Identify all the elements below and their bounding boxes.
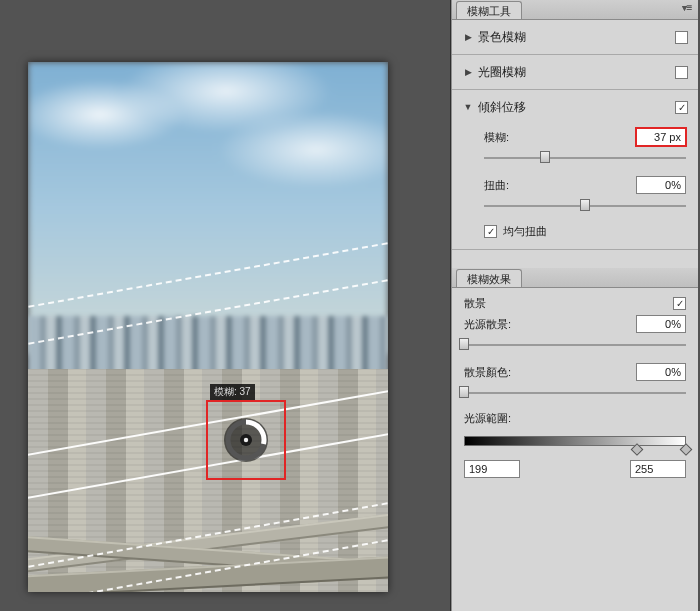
field-distort: 扭曲: 0% bbox=[452, 172, 698, 194]
tab-blur-effects[interactable]: 模糊效果 bbox=[456, 269, 522, 287]
row-bokeh: 散景 bbox=[452, 292, 698, 311]
slider-thumb-icon[interactable] bbox=[540, 151, 550, 163]
light-range-low-input[interactable]: 199 bbox=[464, 460, 520, 478]
blur-pin-label: 模糊: 37 bbox=[210, 384, 255, 400]
panel-tabbar: ▾≡ 模糊效果 bbox=[452, 268, 698, 288]
field-blur: 模糊: 37 px bbox=[452, 124, 698, 146]
row-label: 景色模糊 bbox=[478, 29, 675, 46]
blur-dial[interactable] bbox=[221, 415, 271, 465]
distort-value-input[interactable]: 0% bbox=[636, 176, 686, 194]
light-range-high-input[interactable]: 255 bbox=[630, 460, 686, 478]
disclosure-triangle-icon[interactable]: ▶ bbox=[462, 32, 474, 42]
slider-thumb-icon[interactable] bbox=[459, 386, 469, 398]
row-label: 散景 bbox=[464, 296, 673, 311]
field-bokeh-color: 散景顏色: 0% bbox=[452, 359, 698, 381]
field-light-bokeh: 光源散景: 0% bbox=[452, 311, 698, 333]
bokeh-color-slider[interactable] bbox=[464, 385, 686, 401]
field-label: 光源範圍: bbox=[464, 411, 686, 426]
row-field-blur[interactable]: ▶ 景色模糊 bbox=[452, 20, 698, 55]
disclosure-triangle-icon[interactable]: ▶ bbox=[462, 67, 474, 77]
tab-blur-tools[interactable]: 模糊工具 bbox=[456, 1, 522, 19]
row-label: 光圈模糊 bbox=[478, 64, 675, 81]
row-checkbox[interactable] bbox=[675, 101, 688, 114]
row-checkbox[interactable] bbox=[675, 31, 688, 44]
light-bokeh-slider[interactable] bbox=[464, 337, 686, 353]
light-range-gradient[interactable] bbox=[464, 430, 686, 456]
distort-slider[interactable] bbox=[484, 198, 686, 214]
document-canvas[interactable]: 模糊: 37 bbox=[28, 62, 388, 592]
panel-menu-icon[interactable]: ▾≡ bbox=[680, 2, 694, 16]
slider-thumb-icon[interactable] bbox=[459, 338, 469, 350]
blur-pin-highlight: 模糊: 37 bbox=[206, 400, 286, 480]
canvas-area: 模糊: 37 bbox=[0, 0, 440, 611]
field-label: 散景顏色: bbox=[464, 365, 636, 380]
blur-value-input[interactable]: 37 px bbox=[636, 128, 686, 146]
uniform-distort-label: 均勻扭曲 bbox=[503, 224, 547, 239]
field-label: 光源散景: bbox=[464, 317, 636, 332]
field-label: 扭曲: bbox=[484, 178, 636, 193]
field-light-range: 光源範圍: bbox=[452, 407, 698, 426]
uniform-distort-checkbox[interactable] bbox=[484, 225, 497, 238]
row-tilt-shift[interactable]: ▼ 傾斜位移 模糊: 37 px 扭曲: 0% 均勻扭曲 bbox=[452, 90, 698, 250]
row-checkbox[interactable] bbox=[675, 66, 688, 79]
row-label: 傾斜位移 bbox=[478, 99, 675, 116]
slider-thumb-icon[interactable] bbox=[580, 199, 590, 211]
right-panels: ▾≡ 模糊工具 ▶ 景色模糊 ▶ 光圈模糊 ▼ 傾斜位移 模糊: 37 px bbox=[450, 0, 698, 611]
bokeh-color-input[interactable]: 0% bbox=[636, 363, 686, 381]
photo-sky bbox=[28, 62, 388, 354]
field-uniform-distort: 均勻扭曲 bbox=[452, 220, 698, 249]
svg-point-3 bbox=[244, 438, 248, 442]
light-bokeh-input[interactable]: 0% bbox=[636, 315, 686, 333]
panel-tabbar: ▾≡ 模糊工具 bbox=[452, 0, 698, 20]
bokeh-checkbox[interactable] bbox=[673, 297, 686, 310]
field-label: 模糊: bbox=[484, 130, 636, 145]
disclosure-triangle-icon[interactable]: ▼ bbox=[462, 102, 474, 112]
blur-slider[interactable] bbox=[484, 150, 686, 166]
row-iris-blur[interactable]: ▶ 光圈模糊 bbox=[452, 55, 698, 90]
light-range-values: 199 255 bbox=[452, 458, 698, 490]
